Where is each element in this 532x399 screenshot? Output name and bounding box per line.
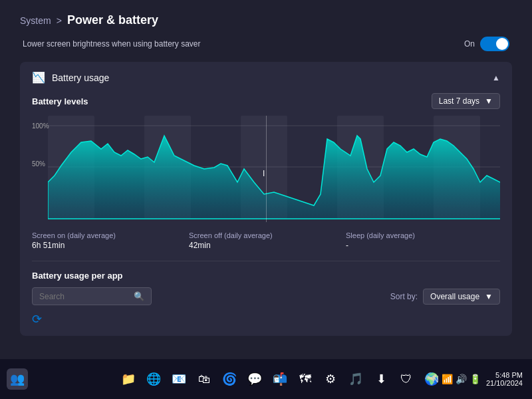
taskbar-people-icon[interactable]: 👥: [7, 368, 28, 390]
breadcrumb-current: Power & battery: [67, 13, 158, 27]
toggle-on-label: On: [464, 39, 475, 49]
taskbar-browser[interactable]: 🌐: [143, 368, 164, 390]
battery-usage-section: 📉 Battery usage ▲ Battery levels Last 7 …: [20, 62, 512, 336]
battery-chart: 100% 50% I: [32, 116, 500, 222]
sort-container: Sort by: Overall usage ▼: [390, 289, 500, 305]
chevron-up-icon: ▲: [492, 73, 500, 82]
stat-sleep: Sleep (daily average) -: [346, 231, 500, 250]
search-box[interactable]: 🔍: [32, 287, 152, 305]
cursor-line: [266, 116, 267, 222]
taskbar-antivirus[interactable]: 🛡: [396, 368, 417, 390]
brightness-label: Lower screen brightness when using batte…: [23, 39, 200, 49]
stat-screen-on-label: Screen on (daily average): [32, 231, 186, 239]
chart-label-100: 100%: [32, 122, 49, 130]
sort-value: Overall usage: [430, 292, 479, 301]
breadcrumb-system[interactable]: System: [20, 15, 51, 26]
taskbar-nvidia-icon[interactable]: N: [432, 374, 439, 384]
stat-screen-off: Screen off (daily average) 42min: [189, 231, 343, 250]
taskbar-edge[interactable]: 🌀: [219, 368, 240, 390]
stat-screen-off-value: 42min: [189, 241, 343, 250]
taskbar-whatsapp[interactable]: 💬: [244, 368, 265, 390]
search-icon: 🔍: [134, 291, 144, 301]
breadcrumb: System > Power & battery: [20, 13, 512, 27]
toggle-container: On: [464, 37, 509, 51]
taskbar-maps[interactable]: 🗺: [295, 368, 316, 390]
taskbar-media[interactable]: 🎵: [345, 368, 366, 390]
battery-chart-icon: 📉: [32, 71, 45, 84]
taskbar-sys-icons: ^ N 📶 🔊 🔋: [425, 374, 481, 384]
section-header-left: 📉 Battery usage: [32, 71, 109, 84]
main-content: System > Power & battery Lower screen br…: [0, 0, 532, 359]
stat-screen-on-value: 6h 51min: [32, 241, 186, 250]
sort-dropdown[interactable]: Overall usage ▼: [423, 289, 500, 305]
stat-screen-off-label: Screen off (daily average): [189, 231, 343, 239]
taskbar-mail[interactable]: 📧: [168, 368, 190, 390]
taskbar-downloads[interactable]: ⬇: [370, 368, 392, 390]
stat-screen-on: Screen on (daily average) 6h 51min: [32, 231, 186, 250]
sort-chevron: ▼: [485, 292, 493, 301]
taskbar-settings[interactable]: ⚙: [320, 368, 341, 390]
stat-sleep-label: Sleep (daily average): [346, 231, 500, 239]
time-filter-value: Last 7 days: [439, 96, 479, 106]
battery-usage-header[interactable]: 📉 Battery usage ▲: [32, 71, 500, 84]
section-title: Battery usage: [52, 72, 109, 83]
taskbar-file-explorer[interactable]: 📁: [118, 368, 139, 390]
taskbar-left: 👥: [7, 368, 28, 390]
taskbar-chevron-icon[interactable]: ^: [425, 374, 430, 384]
taskbar: 👥 📁 🌐 📧 🛍 🌀 💬 📬 🗺 ⚙ 🎵 ⬇ 🛡 🌍 ^ N 📶 🔊 🔋 5:…: [0, 359, 532, 399]
battery-levels-header: Battery levels Last 7 days ▼: [32, 93, 500, 109]
taskbar-clock: 5:48 PM: [486, 371, 523, 379]
brightness-row: Lower screen brightness when using batte…: [20, 37, 512, 51]
stats-row: Screen on (daily average) 6h 51min Scree…: [32, 231, 500, 250]
taskbar-time: 5:48 PM 21/10/2024: [486, 371, 523, 387]
battery-per-app-section: Battery usage per app 🔍 Sort by: Overall…: [32, 271, 500, 327]
taskbar-right: ^ N 📶 🔊 🔋 5:48 PM 21/10/2024: [425, 371, 523, 387]
search-and-sort: 🔍 Sort by: Overall usage ▼: [32, 287, 500, 305]
divider: [32, 261, 500, 261]
time-filter-dropdown[interactable]: Last 7 days ▼: [432, 93, 500, 109]
sort-label: Sort by:: [390, 292, 418, 301]
taskbar-gmail[interactable]: 📬: [269, 368, 291, 390]
per-app-title: Battery usage per app: [32, 271, 500, 281]
taskbar-store[interactable]: 🛍: [194, 368, 215, 390]
taskbar-date: 21/10/2024: [486, 379, 523, 387]
search-input[interactable]: [39, 292, 128, 301]
brightness-toggle[interactable]: [480, 37, 509, 51]
time-filter-chevron: ▼: [485, 96, 493, 106]
cursor-icon: I: [263, 169, 265, 178]
taskbar-wifi-icon[interactable]: 📶: [442, 374, 453, 384]
chart-svg: [48, 116, 500, 222]
stat-sleep-value: -: [346, 241, 500, 250]
taskbar-battery-icon[interactable]: 🔋: [469, 374, 481, 384]
chart-label-50: 50%: [32, 160, 45, 168]
breadcrumb-separator: >: [57, 15, 62, 26]
battery-levels-label: Battery levels: [32, 96, 88, 106]
loading-spinner: ⟳: [32, 312, 500, 327]
taskbar-volume-icon[interactable]: 🔊: [456, 374, 467, 384]
